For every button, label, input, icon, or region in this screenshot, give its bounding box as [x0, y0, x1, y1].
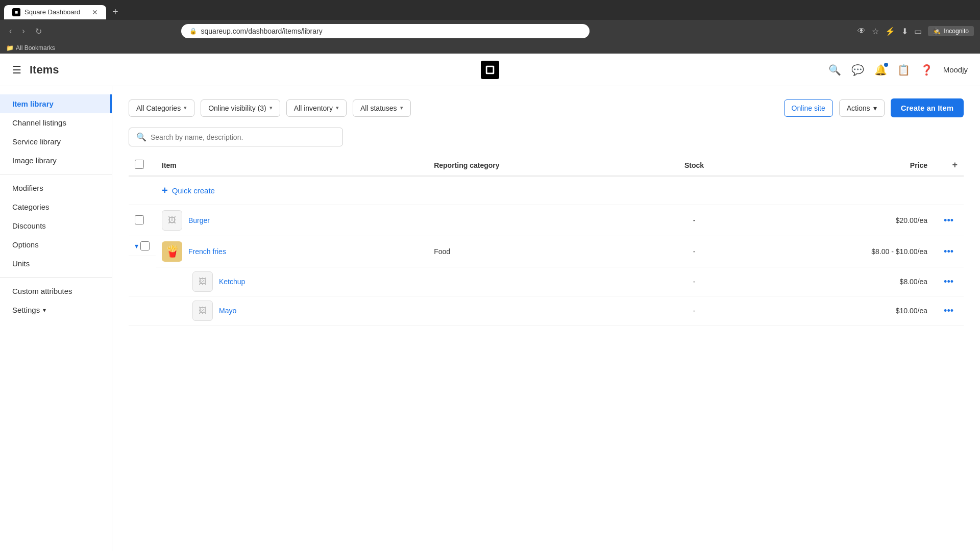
bookmarks-folder-icon: 📁 — [6, 44, 14, 52]
browser-tab-bar: ■ Square Dashboard ✕ + — [0, 0, 980, 20]
back-button[interactable]: ‹ — [6, 24, 15, 38]
sidebar-item-item-library[interactable]: Item library — [0, 94, 112, 113]
burger-image-icon: 🖼 — [168, 216, 176, 225]
online-site-label: Online site — [792, 104, 825, 112]
bookmarks-bar: 📁 All Bookmarks — [0, 42, 980, 54]
french-fries-expand-chevron[interactable]: ▾ — [135, 242, 138, 250]
french-fries-item-cell: 🍟 French fries — [162, 241, 422, 262]
actions-chevron-icon: ▾ — [873, 104, 877, 112]
create-item-button[interactable]: Create an Item — [891, 98, 964, 117]
items-table: Item Reporting category Stock Price + — [129, 155, 964, 325]
search-input[interactable] — [151, 133, 335, 141]
new-tab-button[interactable]: + — [108, 4, 122, 20]
browser-actions: 👁 ☆ ⚡ ⬇ ▭ 🕵 Incognito — [857, 26, 974, 36]
star-icon[interactable]: ☆ — [872, 27, 879, 36]
ketchup-reporting-cat — [428, 267, 649, 296]
quick-create-plus-icon: + — [162, 185, 168, 196]
add-column-button[interactable]: + — [952, 160, 958, 170]
sidebar-divider-1 — [0, 174, 112, 174]
all-statuses-filter[interactable]: All statuses ▾ — [353, 99, 411, 117]
online-site-button[interactable]: Online site — [784, 99, 833, 117]
french-fries-emoji: 🍟 — [165, 245, 179, 258]
extension-icon[interactable]: ⚡ — [885, 27, 895, 36]
messages-button[interactable]: 💬 — [851, 64, 864, 76]
sidebar-item-units[interactable]: Units — [0, 254, 112, 273]
french-fries-price: $8.00 - $10.00/ea — [739, 236, 934, 267]
sidebar: Item library Channel listings Service li… — [0, 86, 112, 551]
sidebar-label-item-library: Item library — [12, 99, 54, 108]
hamburger-menu-icon[interactable]: ☰ — [12, 64, 21, 76]
header-actions: 🔍 💬 🔔 📋 ❓ Moodjy — [828, 64, 968, 76]
incognito-button[interactable]: 🕵 Incognito — [928, 26, 974, 36]
forward-button[interactable]: › — [19, 24, 28, 38]
all-statuses-label: All statuses — [360, 104, 397, 112]
reading-icon[interactable]: 👁 — [857, 27, 866, 36]
actions-button[interactable]: Actions ▾ — [839, 99, 885, 117]
burger-more-menu-button[interactable]: ••• — [940, 213, 958, 228]
all-bookmarks-button[interactable]: 📁 All Bookmarks — [6, 44, 55, 52]
dashboard-button[interactable]: 📋 — [897, 64, 910, 76]
sidebar-item-custom-attributes[interactable]: Custom attributes — [0, 282, 112, 300]
download-icon[interactable]: ⬇ — [901, 27, 908, 36]
select-all-checkbox[interactable] — [135, 160, 144, 169]
sidebar-item-settings[interactable]: Settings ▾ — [0, 300, 112, 319]
sidebar-item-discounts[interactable]: Discounts — [0, 216, 112, 235]
french-fries-reporting-cat: Food — [428, 236, 649, 267]
sidebar-item-categories[interactable]: Categories — [0, 197, 112, 216]
french-fries-checkbox[interactable] — [140, 241, 150, 251]
ketchup-more-menu-button[interactable]: ••• — [940, 274, 958, 289]
ketchup-stock: - — [649, 267, 740, 296]
reporting-category-col-header: Reporting category — [428, 155, 649, 176]
svg-rect-1 — [487, 67, 493, 72]
mayo-price: $10.00/ea — [739, 296, 934, 325]
tab-favicon: ■ — [12, 8, 20, 16]
burger-name-link[interactable]: Burger — [188, 216, 210, 224]
sidebar-label-service-library: Service library — [12, 137, 61, 146]
table-row: 🖼 Mayo - $10.00/ea ••• — [129, 296, 964, 325]
burger-reporting-cat — [428, 205, 649, 236]
burger-checkbox[interactable] — [135, 215, 144, 224]
french-fries-name-link[interactable]: French fries — [188, 247, 226, 256]
online-visibility-filter[interactable]: Online visibility (3) ▾ — [201, 99, 280, 117]
browser-tab[interactable]: ■ Square Dashboard ✕ — [4, 5, 106, 19]
sidebar-item-image-library[interactable]: Image library — [0, 151, 112, 170]
all-inventory-filter[interactable]: All inventory ▾ — [286, 99, 347, 117]
all-categories-filter[interactable]: All Categories ▾ — [129, 99, 194, 117]
mayo-name-link[interactable]: Mayo — [219, 307, 236, 315]
ketchup-image-icon: 🖼 — [199, 277, 207, 286]
french-fries-thumbnail: 🍟 — [162, 241, 182, 262]
search-icon: 🔍 — [136, 132, 146, 142]
sidebar-item-options[interactable]: Options — [0, 235, 112, 254]
square-logo-icon — [481, 61, 499, 79]
quick-create-button[interactable]: + Quick create — [162, 183, 215, 198]
sidebar-item-modifiers[interactable]: Modifiers — [0, 179, 112, 197]
sidebar-label-custom-attributes: Custom attributes — [12, 287, 72, 295]
all-categories-chevron-icon: ▾ — [184, 105, 187, 111]
app-title: Items — [30, 63, 59, 77]
french-fries-more-menu-button[interactable]: ••• — [940, 244, 958, 259]
browser-chrome: ■ Square Dashboard ✕ + ‹ › ↻ 🔒 squareup.… — [0, 0, 980, 54]
user-name[interactable]: Moodjy — [943, 65, 968, 74]
bookmarks-label: All Bookmarks — [16, 44, 55, 52]
search-button[interactable]: 🔍 — [828, 64, 841, 76]
notifications-button[interactable]: 🔔 — [874, 64, 887, 76]
mayo-more-menu-button[interactable]: ••• — [940, 304, 958, 318]
sidebar-item-channel-listings[interactable]: Channel listings — [0, 113, 112, 132]
quick-create-label: Quick create — [172, 186, 215, 195]
profile-icon[interactable]: ▭ — [914, 27, 922, 36]
tab-close-btn[interactable]: ✕ — [92, 8, 98, 16]
mayo-item-cell: 🖼 Mayo — [162, 300, 422, 321]
sidebar-item-service-library[interactable]: Service library — [0, 132, 112, 151]
refresh-button[interactable]: ↻ — [32, 24, 45, 38]
help-button[interactable]: ❓ — [920, 64, 933, 76]
all-statuses-chevron-icon: ▾ — [400, 105, 403, 111]
table-body: + Quick create 🖼 — [129, 176, 964, 325]
app-header: ☰ Items 🔍 💬 🔔 📋 ❓ Moodjy — [0, 54, 980, 86]
address-bar[interactable]: 🔒 squareup.com/dashboard/items/library — [181, 24, 590, 38]
create-item-label: Create an Item — [901, 104, 953, 112]
page-content: All Categories ▾ Online visibility (3) ▾… — [112, 86, 980, 551]
all-inventory-chevron-icon: ▾ — [336, 105, 339, 111]
sidebar-label-image-library: Image library — [12, 156, 57, 165]
quick-create-row: + Quick create — [129, 176, 964, 205]
ketchup-name-link[interactable]: Ketchup — [219, 278, 245, 286]
